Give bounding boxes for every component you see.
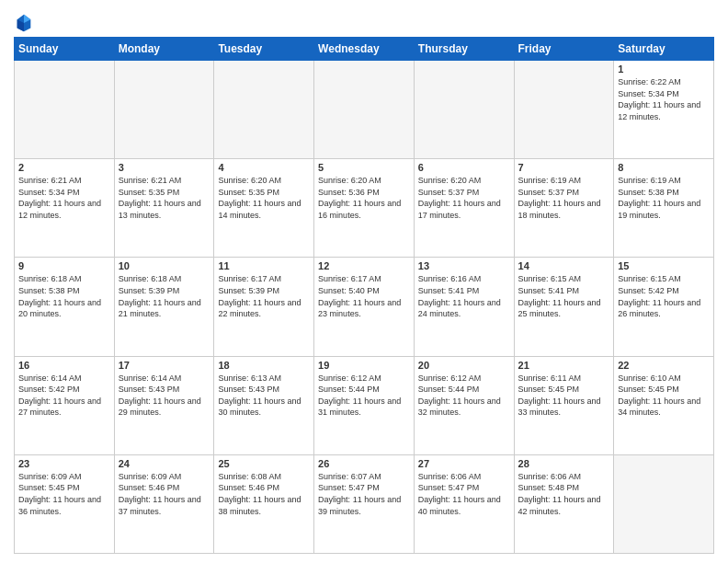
calendar-week-2: 9Sunrise: 6:18 AM Sunset: 5:38 PM Daylig…: [15, 258, 714, 356]
calendar-cell: 20Sunrise: 6:12 AM Sunset: 5:44 PM Dayli…: [414, 356, 514, 454]
day-info: Sunrise: 6:06 AM Sunset: 5:48 PM Dayligh…: [518, 471, 610, 517]
day-info: Sunrise: 6:06 AM Sunset: 5:47 PM Dayligh…: [418, 471, 510, 517]
calendar-cell: 3Sunrise: 6:21 AM Sunset: 5:35 PM Daylig…: [114, 159, 214, 258]
day-info: Sunrise: 6:18 AM Sunset: 5:39 PM Dayligh…: [119, 273, 210, 319]
logo: [14, 13, 36, 33]
day-number: 4: [218, 162, 310, 173]
day-info: Sunrise: 6:19 AM Sunset: 5:37 PM Dayligh…: [518, 175, 610, 221]
calendar-cell: [614, 454, 714, 553]
day-info: Sunrise: 6:19 AM Sunset: 5:38 PM Dayligh…: [618, 175, 710, 221]
day-number: 22: [618, 360, 710, 371]
day-info: Sunrise: 6:15 AM Sunset: 5:41 PM Dayligh…: [518, 273, 610, 319]
weekday-header-friday: Friday: [514, 38, 614, 61]
day-info: Sunrise: 6:13 AM Sunset: 5:43 PM Dayligh…: [218, 373, 310, 419]
calendar: SundayMondayTuesdayWednesdayThursdayFrid…: [14, 37, 714, 554]
day-number: 12: [318, 260, 410, 271]
day-number: 8: [618, 162, 710, 173]
calendar-week-1: 2Sunrise: 6:21 AM Sunset: 5:34 PM Daylig…: [15, 159, 714, 258]
calendar-cell: 27Sunrise: 6:06 AM Sunset: 5:47 PM Dayli…: [414, 454, 514, 553]
calendar-cell: 25Sunrise: 6:08 AM Sunset: 5:46 PM Dayli…: [214, 454, 314, 553]
day-number: 27: [418, 458, 510, 469]
day-info: Sunrise: 6:22 AM Sunset: 5:34 PM Dayligh…: [618, 76, 710, 122]
day-info: Sunrise: 6:20 AM Sunset: 5:36 PM Dayligh…: [318, 175, 410, 221]
day-number: 19: [318, 360, 410, 371]
day-info: Sunrise: 6:09 AM Sunset: 5:46 PM Dayligh…: [119, 471, 210, 517]
calendar-cell: 7Sunrise: 6:19 AM Sunset: 5:37 PM Daylig…: [514, 159, 614, 258]
day-info: Sunrise: 6:10 AM Sunset: 5:45 PM Dayligh…: [618, 373, 710, 419]
weekday-header-row: SundayMondayTuesdayWednesdayThursdayFrid…: [15, 38, 714, 61]
day-number: 28: [518, 458, 610, 469]
calendar-cell: 12Sunrise: 6:17 AM Sunset: 5:40 PM Dayli…: [314, 258, 415, 356]
day-info: Sunrise: 6:12 AM Sunset: 5:44 PM Dayligh…: [318, 373, 410, 419]
weekday-header-wednesday: Wednesday: [314, 38, 415, 61]
calendar-cell: 19Sunrise: 6:12 AM Sunset: 5:44 PM Dayli…: [314, 356, 415, 454]
day-info: Sunrise: 6:21 AM Sunset: 5:34 PM Dayligh…: [18, 175, 110, 221]
day-number: 3: [119, 162, 210, 173]
calendar-cell: [114, 61, 214, 159]
day-info: Sunrise: 6:14 AM Sunset: 5:42 PM Dayligh…: [18, 373, 110, 419]
calendar-cell: 23Sunrise: 6:09 AM Sunset: 5:45 PM Dayli…: [15, 454, 115, 553]
day-number: 11: [218, 260, 310, 271]
calendar-week-4: 23Sunrise: 6:09 AM Sunset: 5:45 PM Dayli…: [15, 454, 714, 553]
calendar-cell: [514, 61, 614, 159]
day-number: 16: [18, 360, 110, 371]
calendar-cell: 26Sunrise: 6:07 AM Sunset: 5:47 PM Dayli…: [314, 454, 415, 553]
page: SundayMondayTuesdayWednesdayThursdayFrid…: [0, 0, 728, 563]
calendar-cell: 14Sunrise: 6:15 AM Sunset: 5:41 PM Dayli…: [514, 258, 614, 356]
day-info: Sunrise: 6:17 AM Sunset: 5:40 PM Dayligh…: [318, 273, 410, 319]
day-info: Sunrise: 6:11 AM Sunset: 5:45 PM Dayligh…: [518, 373, 610, 419]
day-number: 15: [618, 260, 710, 271]
calendar-cell: 13Sunrise: 6:16 AM Sunset: 5:41 PM Dayli…: [414, 258, 514, 356]
calendar-cell: 8Sunrise: 6:19 AM Sunset: 5:38 PM Daylig…: [614, 159, 714, 258]
calendar-cell: 18Sunrise: 6:13 AM Sunset: 5:43 PM Dayli…: [214, 356, 314, 454]
day-number: 13: [418, 260, 510, 271]
day-number: 23: [18, 458, 110, 469]
day-number: 9: [18, 260, 110, 271]
calendar-cell: 1Sunrise: 6:22 AM Sunset: 5:34 PM Daylig…: [614, 61, 714, 159]
day-info: Sunrise: 6:09 AM Sunset: 5:45 PM Dayligh…: [18, 471, 110, 517]
weekday-header-thursday: Thursday: [414, 38, 514, 61]
day-number: 2: [18, 162, 110, 173]
day-info: Sunrise: 6:17 AM Sunset: 5:39 PM Dayligh…: [218, 273, 310, 319]
calendar-cell: 24Sunrise: 6:09 AM Sunset: 5:46 PM Dayli…: [114, 454, 214, 553]
calendar-cell: 10Sunrise: 6:18 AM Sunset: 5:39 PM Dayli…: [114, 258, 214, 356]
weekday-header-saturday: Saturday: [614, 38, 714, 61]
header: [14, 9, 714, 33]
day-info: Sunrise: 6:15 AM Sunset: 5:42 PM Dayligh…: [618, 273, 710, 319]
day-number: 21: [518, 360, 610, 371]
day-number: 6: [418, 162, 510, 173]
day-number: 18: [218, 360, 310, 371]
day-info: Sunrise: 6:16 AM Sunset: 5:41 PM Dayligh…: [418, 273, 510, 319]
day-number: 1: [618, 63, 710, 75]
calendar-header: SundayMondayTuesdayWednesdayThursdayFrid…: [15, 38, 714, 61]
day-number: 25: [218, 458, 310, 469]
day-number: 14: [518, 260, 610, 271]
day-info: Sunrise: 6:20 AM Sunset: 5:35 PM Dayligh…: [218, 175, 310, 221]
weekday-header-tuesday: Tuesday: [214, 38, 314, 61]
calendar-cell: [314, 61, 415, 159]
day-number: 24: [119, 458, 210, 469]
calendar-cell: 22Sunrise: 6:10 AM Sunset: 5:45 PM Dayli…: [614, 356, 714, 454]
day-number: 26: [318, 458, 410, 469]
day-number: 7: [518, 162, 610, 173]
calendar-cell: 4Sunrise: 6:20 AM Sunset: 5:35 PM Daylig…: [214, 159, 314, 258]
day-info: Sunrise: 6:21 AM Sunset: 5:35 PM Dayligh…: [119, 175, 210, 221]
calendar-cell: [15, 61, 115, 159]
calendar-cell: 15Sunrise: 6:15 AM Sunset: 5:42 PM Dayli…: [614, 258, 714, 356]
day-info: Sunrise: 6:07 AM Sunset: 5:47 PM Dayligh…: [318, 471, 410, 517]
calendar-cell: 17Sunrise: 6:14 AM Sunset: 5:43 PM Dayli…: [114, 356, 214, 454]
weekday-header-sunday: Sunday: [15, 38, 115, 61]
calendar-cell: 6Sunrise: 6:20 AM Sunset: 5:37 PM Daylig…: [414, 159, 514, 258]
day-info: Sunrise: 6:18 AM Sunset: 5:38 PM Dayligh…: [18, 273, 110, 319]
calendar-body: 1Sunrise: 6:22 AM Sunset: 5:34 PM Daylig…: [15, 61, 714, 554]
calendar-week-0: 1Sunrise: 6:22 AM Sunset: 5:34 PM Daylig…: [15, 61, 714, 159]
calendar-week-3: 16Sunrise: 6:14 AM Sunset: 5:42 PM Dayli…: [15, 356, 714, 454]
day-number: 20: [418, 360, 510, 371]
day-info: Sunrise: 6:20 AM Sunset: 5:37 PM Dayligh…: [418, 175, 510, 221]
calendar-cell: 9Sunrise: 6:18 AM Sunset: 5:38 PM Daylig…: [15, 258, 115, 356]
calendar-cell: 2Sunrise: 6:21 AM Sunset: 5:34 PM Daylig…: [15, 159, 115, 258]
day-info: Sunrise: 6:08 AM Sunset: 5:46 PM Dayligh…: [218, 471, 310, 517]
calendar-cell: [414, 61, 514, 159]
calendar-cell: 5Sunrise: 6:20 AM Sunset: 5:36 PM Daylig…: [314, 159, 415, 258]
day-number: 10: [119, 260, 210, 271]
